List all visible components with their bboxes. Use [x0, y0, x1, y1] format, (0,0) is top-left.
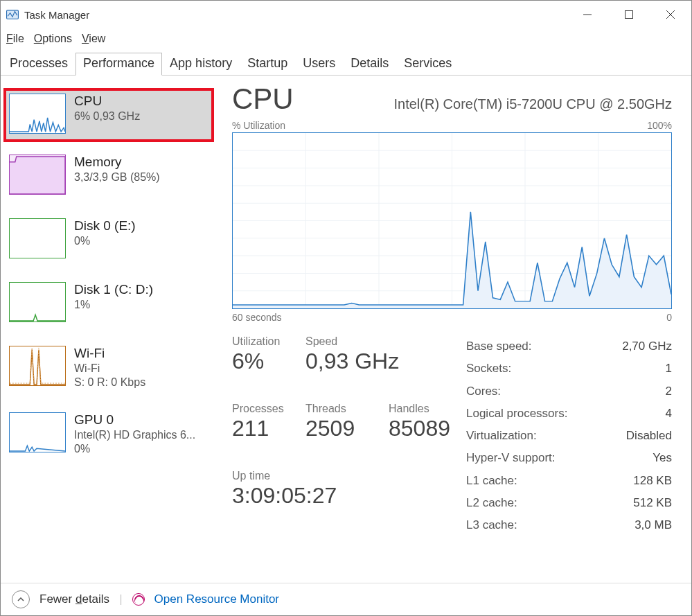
- task-manager-icon: [6, 8, 19, 21]
- chevron-up-icon: [17, 595, 25, 604]
- chart-ymax: 100%: [647, 120, 672, 131]
- disk0-thumb-sub: 0%: [74, 235, 136, 247]
- disk1-thumb-text: Disk 1 (C: D:) 1%: [74, 282, 153, 311]
- wifi-thumb: [9, 346, 66, 386]
- detail-base-speed: Base speed:2,70 GHz: [466, 335, 672, 358]
- content-area: CPU 6% 0,93 GHz Memory 3,3/3,9 GB (85%) …: [1, 76, 691, 583]
- sidebar-item-disk0[interactable]: Disk 0 (E:) 0%: [6, 215, 211, 264]
- uptime-label: Up time: [232, 470, 426, 482]
- main-title: CPU: [232, 82, 294, 116]
- stats-row: Utilization 6% Speed 0,93 GHz Processes …: [232, 335, 672, 537]
- uptime-value: 3:09:05:27: [232, 482, 426, 509]
- proc-value: 211: [232, 415, 305, 441]
- open-resource-monitor-link[interactable]: Open Resource Monitor: [154, 592, 279, 606]
- footer-separator: |: [119, 592, 122, 606]
- wifi-thumb-title: Wi-Fi: [74, 346, 145, 361]
- stat-uptime: Up time 3:09:05:27: [232, 470, 426, 529]
- perf-sidebar: CPU 6% 0,93 GHz Memory 3,3/3,9 GB (85%) …: [1, 76, 215, 583]
- menu-options[interactable]: Options: [34, 33, 72, 45]
- menu-file[interactable]: File: [6, 33, 24, 45]
- wifi-thumb-text: Wi-Fi Wi-Fi S: 0 R: 0 Kbps: [74, 346, 145, 389]
- main-heading-row: CPU Intel(R) Core(TM) i5-7200U CPU @ 2.5…: [232, 82, 672, 116]
- close-button[interactable]: [650, 1, 691, 28]
- chart-xright: 0: [666, 312, 672, 323]
- sidebar-item-wifi[interactable]: Wi-Fi Wi-Fi S: 0 R: 0 Kbps: [6, 343, 211, 394]
- disk0-thumb-title: Disk 0 (E:): [74, 218, 136, 234]
- maximize-button[interactable]: [608, 1, 650, 28]
- detail-l1: L1 cache:128 KB: [466, 470, 672, 492]
- menu-bar: File Options View: [1, 28, 691, 49]
- window-controls: [567, 1, 691, 28]
- sidebar-item-memory[interactable]: Memory 3,3/3,9 GB (85%): [6, 152, 211, 200]
- fewer-details-toggle[interactable]: [12, 590, 30, 608]
- gpu-thumb-sub: Intel(R) HD Graphics 6...: [74, 429, 195, 441]
- tab-processes[interactable]: Processes: [2, 53, 76, 76]
- resource-monitor-icon: [132, 593, 145, 606]
- details-col: Base speed:2,70 GHz Sockets:1 Cores:2 Lo…: [466, 335, 672, 537]
- disk1-thumb-title: Disk 1 (C: D:): [74, 282, 153, 297]
- detail-hyperv: Hyper-V support:Yes: [466, 447, 672, 469]
- memory-thumb-sub: 3,3/3,9 GB (85%): [74, 171, 160, 184]
- chart-top-labels: % Utilization 100%: [232, 120, 672, 131]
- wifi-thumb-sub: Wi-Fi: [74, 362, 145, 375]
- tab-row: Processes Performance App history Startu…: [1, 49, 691, 76]
- disk1-thumb-sub: 1%: [74, 299, 153, 311]
- fewer-details-label[interactable]: Fewer details: [39, 592, 109, 606]
- tab-performance[interactable]: Performance: [76, 53, 162, 76]
- gpu-thumb: [9, 412, 66, 452]
- speed-label: Speed: [305, 335, 437, 348]
- title-bar: Task Manager: [1, 1, 691, 28]
- tab-apphistory[interactable]: App history: [162, 53, 240, 76]
- memory-thumb: [9, 155, 66, 195]
- proc-label: Processes: [232, 403, 305, 415]
- disk0-thumb: [9, 218, 66, 258]
- chart-ylabel: % Utilization: [232, 120, 285, 131]
- tab-users[interactable]: Users: [295, 53, 343, 76]
- gpu-thumb-sub2: 0%: [74, 443, 195, 455]
- sidebar-item-cpu[interactable]: CPU 6% 0,93 GHz: [6, 91, 211, 139]
- perf-main: CPU Intel(R) Core(TM) i5-7200U CPU @ 2.5…: [215, 76, 691, 583]
- menu-view[interactable]: View: [82, 33, 105, 45]
- detail-l3: L3 cache:3,0 MB: [466, 514, 672, 536]
- util-value: 6%: [232, 348, 305, 374]
- memory-thumb-text: Memory 3,3/3,9 GB (85%): [74, 155, 160, 184]
- gpu-thumb-title: GPU 0: [74, 412, 195, 428]
- cpu-thumb: [9, 94, 66, 134]
- gpu-thumb-text: GPU 0 Intel(R) HD Graphics 6... 0%: [74, 412, 195, 455]
- minimize-button[interactable]: [567, 1, 608, 28]
- detail-cores: Cores:2: [466, 380, 672, 403]
- tab-services[interactable]: Services: [396, 53, 459, 76]
- stat-speed: Speed 0,93 GHz: [305, 335, 437, 394]
- detail-sockets: Sockets:1: [466, 358, 672, 380]
- tab-startup[interactable]: Startup: [240, 53, 295, 76]
- stat-threads: Threads 2509: [305, 403, 389, 461]
- svg-rect-2: [626, 11, 633, 19]
- detail-l2: L2 cache:512 KB: [466, 492, 672, 514]
- chart-xleft: 60 seconds: [232, 312, 282, 323]
- disk1-thumb: [9, 282, 66, 322]
- cpu-thumb-text: CPU 6% 0,93 GHz: [74, 94, 140, 123]
- stat-utilization: Utilization 6%: [232, 335, 305, 394]
- threads-label: Threads: [305, 403, 389, 415]
- handles-value: 85089: [389, 415, 437, 441]
- cpu-model-name: Intel(R) Core(TM) i5-7200U CPU @ 2.50GHz: [393, 96, 672, 112]
- stats-left: Utilization 6% Speed 0,93 GHz Processes …: [232, 335, 440, 537]
- stat-processes: Processes 211: [232, 403, 305, 461]
- threads-value: 2509: [305, 415, 389, 441]
- sidebar-item-disk1[interactable]: Disk 1 (C: D:) 1%: [6, 279, 211, 328]
- footer-bar: Fewer details | Open Resource Monitor: [1, 583, 691, 615]
- cpu-utilization-chart[interactable]: [232, 132, 672, 309]
- detail-virtualization: Virtualization:Disabled: [466, 425, 672, 447]
- util-label: Utilization: [232, 335, 305, 348]
- speed-value: 0,93 GHz: [305, 348, 437, 374]
- sidebar-item-gpu[interactable]: GPU 0 Intel(R) HD Graphics 6... 0%: [6, 410, 211, 461]
- tab-details[interactable]: Details: [343, 53, 396, 76]
- memory-thumb-title: Memory: [74, 155, 160, 170]
- cpu-thumb-title: CPU: [74, 94, 140, 109]
- chart-bottom-labels: 60 seconds 0: [232, 312, 672, 323]
- handles-label: Handles: [389, 403, 437, 415]
- wifi-thumb-sub2: S: 0 R: 0 Kbps: [74, 376, 145, 389]
- disk0-thumb-text: Disk 0 (E:) 0%: [74, 218, 136, 247]
- cpu-thumb-sub: 6% 0,93 GHz: [74, 110, 140, 123]
- detail-logical: Logical processors:4: [466, 403, 672, 425]
